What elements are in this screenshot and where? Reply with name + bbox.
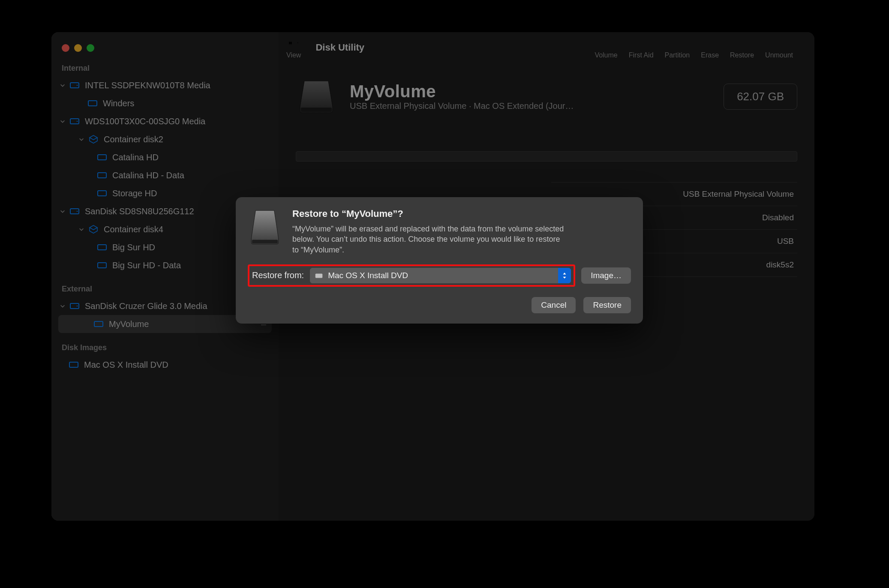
image-button[interactable]: Image…	[581, 267, 631, 284]
close-window-button[interactable]	[62, 44, 69, 52]
chevron-down-icon[interactable]	[59, 118, 66, 125]
chevron-down-icon[interactable]	[59, 82, 66, 89]
svg-rect-2	[88, 101, 97, 106]
volume-icon	[97, 188, 107, 198]
restore-from-highlight: Restore from: Mac OS X Install DVD	[248, 264, 575, 287]
internal-disk-icon	[69, 80, 80, 90]
container-icon	[88, 224, 99, 234]
svg-rect-10	[98, 245, 106, 250]
svg-rect-5	[98, 155, 106, 160]
toolbar-partition[interactable]: Partition	[665, 36, 690, 59]
chevron-down-icon[interactable]	[78, 226, 85, 233]
chevron-down-icon[interactable]	[59, 303, 66, 309]
volume-icon	[93, 319, 104, 329]
internal-disk-icon	[69, 206, 80, 216]
restore-button[interactable]: Restore	[583, 297, 631, 313]
sidebar-item-label: Container disk4	[104, 225, 163, 234]
svg-point-9	[77, 211, 78, 212]
toolbar-view[interactable]: View	[286, 36, 301, 59]
sidebar-disk-item[interactable]: INTEL SSDPEKNW010T8 Media	[51, 76, 279, 94]
volume-icon	[97, 170, 107, 180]
chevron-down-icon[interactable]	[59, 208, 66, 215]
sidebar-section-internal: Internal	[51, 61, 279, 76]
sidebar-section-diskimages: Disk Images	[51, 341, 279, 356]
cancel-button[interactable]: Cancel	[532, 297, 576, 313]
sidebar-item-label: INTEL SSDPEKNW010T8 Media	[85, 81, 210, 90]
dialog-title: Restore to “MyVolume”?	[292, 208, 567, 219]
minimize-window-button[interactable]	[74, 44, 82, 52]
svg-point-1	[77, 85, 78, 86]
sidebar-item-label: Winders	[103, 99, 134, 108]
sidebar-tree-diskimages: Mac OS X Install DVD	[51, 356, 279, 374]
restore-dialog: Restore to “MyVolume”? “MyVolume” will b…	[236, 197, 643, 324]
svg-rect-14	[94, 321, 103, 327]
disk-image-icon	[69, 360, 79, 370]
sidebar-disk-item[interactable]: WDS100T3X0C-00SJG0 Media	[51, 112, 279, 130]
internal-disk-icon	[69, 116, 80, 126]
restore-from-select[interactable]: Mac OS X Install DVD	[310, 268, 571, 283]
volume-icon	[97, 260, 107, 270]
svg-rect-20	[301, 108, 332, 112]
sidebar-item-label: Mac OS X Install DVD	[84, 360, 168, 370]
sidebar-item-label: MyVolume	[109, 319, 149, 329]
external-disk-icon	[69, 301, 80, 311]
sidebar-item-label: Catalina HD	[112, 153, 159, 162]
svg-rect-7	[98, 191, 106, 196]
svg-rect-22	[315, 273, 323, 278]
sidebar-item-label: Storage HD	[112, 189, 157, 198]
usage-bar	[296, 151, 797, 162]
toolbar-unmount[interactable]: Unmount	[765, 36, 793, 59]
volume-icon	[97, 152, 107, 162]
svg-rect-11	[98, 263, 106, 268]
select-updown-icon	[558, 268, 571, 283]
toolbar-volume[interactable]: Volume	[595, 36, 617, 59]
container-icon	[88, 134, 99, 144]
svg-point-4	[77, 121, 78, 122]
sidebar-volume-item[interactable]: Catalina HD - Data	[51, 166, 279, 184]
toolbar-restore[interactable]: Restore	[730, 36, 754, 59]
window-controls	[51, 37, 279, 61]
volume-name: MyVolume	[350, 82, 711, 101]
sidebar-item-label: SanDisk SD8SN8U256G112	[85, 207, 194, 216]
sidebar-item-label: SanDisk Cruzer Glide 3.0 Media	[85, 301, 207, 311]
toolbar-erase[interactable]: Erase	[701, 36, 719, 59]
sidebar-disk-image-item[interactable]: Mac OS X Install DVD	[51, 356, 279, 374]
app-title: Disk Utility	[315, 42, 364, 53]
external-drive-icon	[248, 208, 282, 248]
volume-header: MyVolume USB External Physical Volume · …	[296, 76, 797, 117]
sidebar-item-label: WDS100T3X0C-00SJG0 Media	[85, 117, 205, 126]
sidebar-item-label: Big Sur HD	[112, 243, 155, 252]
svg-rect-16	[289, 42, 290, 44]
external-drive-icon	[296, 76, 337, 117]
toolbar-first-aid[interactable]: First Aid	[629, 36, 654, 59]
sidebar-container-item[interactable]: Container disk2	[51, 130, 279, 148]
svg-rect-15	[69, 362, 78, 367]
toolbar: View Disk Utility Volume First Aid Parti…	[279, 32, 814, 63]
svg-rect-17	[291, 42, 292, 44]
svg-point-13	[77, 306, 78, 307]
svg-rect-21	[252, 240, 278, 243]
restore-from-value: Mac OS X Install DVD	[328, 271, 408, 280]
sidebar-volume-item[interactable]: Catalina HD	[51, 148, 279, 166]
sidebar-item-label: Big Sur HD - Data	[112, 261, 181, 270]
volume-icon	[87, 98, 98, 108]
sidebar-item-label: Catalina HD - Data	[112, 171, 184, 180]
volume-icon	[97, 242, 107, 252]
volume-size-badge: 62.07 GB	[724, 84, 797, 110]
restore-from-label: Restore from:	[252, 270, 304, 280]
sidebar-item-label: Container disk2	[104, 135, 163, 144]
sidebar-volume-item[interactable]: Winders	[51, 94, 279, 112]
volume-icon	[314, 271, 324, 280]
dialog-body: “MyVolume” will be erased and replaced w…	[292, 224, 567, 255]
volume-subtitle: USB External Physical Volume · Mac OS Ex…	[350, 101, 711, 111]
zoom-window-button[interactable]	[87, 44, 94, 52]
chevron-down-icon[interactable]	[78, 136, 85, 143]
svg-rect-6	[98, 173, 106, 178]
